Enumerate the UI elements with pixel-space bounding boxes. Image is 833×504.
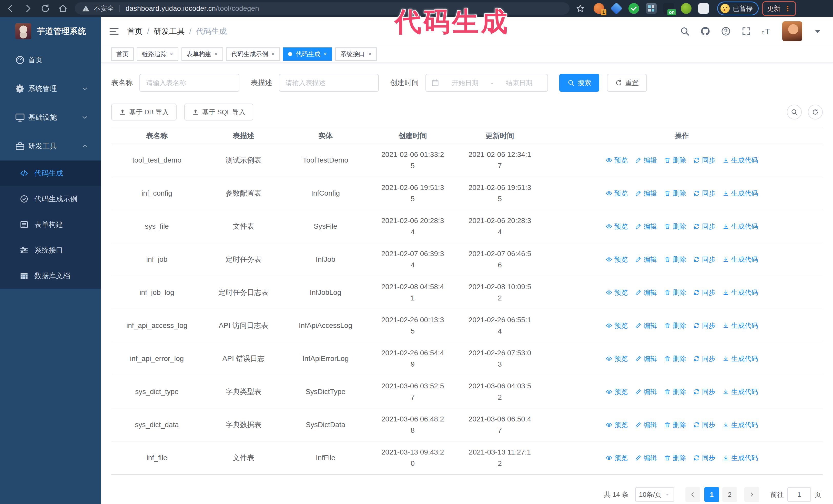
action-eye-link[interactable]: 预览 [606, 320, 628, 331]
action-download-link[interactable]: 生成代码 [722, 386, 758, 398]
home-icon[interactable] [58, 4, 68, 13]
action-delete-link[interactable]: 删除 [664, 154, 686, 166]
page-size-select[interactable]: 10条/页 [635, 487, 674, 502]
next-page-button[interactable] [744, 487, 759, 502]
gem-icon[interactable] [610, 2, 623, 15]
tab-表单构建[interactable]: 表单构建× [182, 47, 223, 61]
import-db-button[interactable]: 基于 DB 导入 [111, 103, 176, 120]
sidebar-item-1[interactable]: 首页 [0, 46, 101, 74]
action-sync-link[interactable]: 同步 [693, 221, 715, 232]
action-delete-link[interactable]: 删除 [664, 320, 686, 331]
action-download-link[interactable]: 生成代码 [722, 320, 758, 331]
table-desc-input[interactable] [279, 74, 379, 92]
browser-menu-icon[interactable]: ⋮ [784, 4, 791, 13]
recorder-icon[interactable]: on [663, 3, 674, 14]
action-sync-link[interactable]: 同步 [693, 452, 715, 463]
table-name-input[interactable] [139, 74, 239, 92]
action-eye-link[interactable]: 预览 [606, 221, 628, 232]
import-sql-button[interactable]: 基于 SQL 导入 [184, 103, 254, 120]
action-download-link[interactable]: 生成代码 [722, 188, 758, 199]
sidebar-item-3[interactable]: 基础设施 [0, 103, 101, 132]
hamburger-icon[interactable] [109, 26, 119, 37]
github-icon[interactable] [700, 26, 711, 37]
action-edit-link[interactable]: 编辑 [635, 221, 657, 232]
action-download-link[interactable]: 生成代码 [722, 221, 758, 232]
action-delete-link[interactable]: 删除 [664, 188, 686, 199]
action-edit-link[interactable]: 编辑 [635, 353, 657, 364]
breadcrumb-item[interactable]: 研发工具 [154, 26, 185, 37]
action-sync-link[interactable]: 同步 [693, 320, 715, 331]
action-edit-link[interactable]: 编辑 [635, 188, 657, 199]
action-sync-link[interactable]: 同步 [693, 254, 715, 265]
action-delete-link[interactable]: 删除 [664, 386, 686, 398]
sidebar-item-4[interactable]: 研发工具 [0, 132, 101, 161]
android-icon[interactable] [681, 3, 691, 14]
action-eye-link[interactable]: 预览 [606, 154, 628, 166]
puzzle-icon[interactable] [698, 3, 709, 14]
tab-close-icon[interactable]: × [271, 50, 275, 58]
action-sync-link[interactable]: 同步 [693, 419, 715, 430]
action-sync-link[interactable]: 同步 [693, 353, 715, 364]
action-sync-link[interactable]: 同步 [693, 154, 715, 166]
action-eye-link[interactable]: 预览 [606, 254, 628, 265]
action-delete-link[interactable]: 删除 [664, 254, 686, 265]
action-edit-link[interactable]: 编辑 [635, 154, 657, 166]
tab-close-icon[interactable]: × [170, 50, 173, 58]
action-download-link[interactable]: 生成代码 [722, 353, 758, 364]
action-eye-link[interactable]: 预览 [606, 419, 628, 430]
back-icon[interactable] [6, 4, 15, 13]
action-download-link[interactable]: 生成代码 [722, 154, 758, 166]
action-download-link[interactable]: 生成代码 [722, 452, 758, 463]
search-icon[interactable] [680, 26, 690, 37]
profile-paused-badge[interactable]: 已暂停 [717, 2, 759, 16]
sidebar-subitem-4[interactable]: 系统接口 [0, 237, 101, 263]
fullscreen-icon[interactable] [741, 26, 752, 37]
date-range-picker[interactable]: 开始日期 - 结束日期 [426, 74, 548, 92]
action-delete-link[interactable]: 删除 [664, 452, 686, 463]
chevron-down-icon[interactable] [812, 26, 823, 37]
grid-extension-icon[interactable] [646, 3, 657, 14]
tab-系统接口[interactable]: 系统接口× [335, 47, 377, 61]
action-sync-link[interactable]: 同步 [693, 386, 715, 398]
tab-代码生成[interactable]: 代码生成× [283, 47, 332, 61]
app-logo[interactable]: 芋道管理系统 [0, 17, 101, 46]
action-edit-link[interactable]: 编辑 [635, 320, 657, 331]
action-edit-link[interactable]: 编辑 [635, 419, 657, 430]
goto-page-input[interactable] [787, 487, 811, 502]
breadcrumb-item[interactable]: 首页 [127, 26, 143, 37]
tab-首页[interactable]: 首页 [111, 47, 134, 61]
tab-close-icon[interactable]: × [324, 50, 327, 58]
bookmark-star-icon[interactable] [576, 4, 585, 13]
action-download-link[interactable]: 生成代码 [722, 419, 758, 430]
tab-close-icon[interactable]: × [368, 50, 372, 58]
sidebar-item-2[interactable]: 系统管理 [0, 74, 101, 103]
start-date-placeholder[interactable]: 开始日期 [442, 78, 489, 88]
action-edit-link[interactable]: 编辑 [635, 287, 657, 298]
action-eye-link[interactable]: 预览 [606, 287, 628, 298]
action-download-link[interactable]: 生成代码 [722, 287, 758, 298]
action-edit-link[interactable]: 编辑 [635, 386, 657, 398]
action-eye-link[interactable]: 预览 [606, 188, 628, 199]
page-button-2[interactable]: 2 [722, 487, 737, 502]
font-size-icon[interactable]: tT [762, 26, 772, 37]
check-badge-icon[interactable] [628, 3, 639, 14]
action-sync-link[interactable]: 同步 [693, 188, 715, 199]
refresh-table-button[interactable] [808, 104, 823, 119]
browser-update-button[interactable]: 更新 ⋮ [762, 1, 796, 16]
avatar[interactable] [782, 21, 802, 41]
sidebar-subitem-3[interactable]: 表单构建 [0, 212, 101, 237]
forward-icon[interactable] [23, 4, 33, 13]
tab-链路追踪[interactable]: 链路追踪× [137, 47, 178, 61]
action-delete-link[interactable]: 删除 [664, 221, 686, 232]
action-edit-link[interactable]: 编辑 [635, 254, 657, 265]
sidebar-subitem-5[interactable]: 数据库文档 [0, 263, 101, 289]
extension-orange-icon[interactable]: 1 [594, 3, 604, 14]
prev-page-button[interactable] [685, 487, 700, 502]
tab-close-icon[interactable]: × [214, 50, 218, 58]
action-download-link[interactable]: 生成代码 [722, 254, 758, 265]
end-date-placeholder[interactable]: 结束日期 [496, 78, 542, 88]
action-eye-link[interactable]: 预览 [606, 386, 628, 398]
action-delete-link[interactable]: 删除 [664, 287, 686, 298]
sidebar-subitem-2[interactable]: 代码生成示例 [0, 186, 101, 212]
toggle-search-button[interactable] [787, 104, 802, 119]
